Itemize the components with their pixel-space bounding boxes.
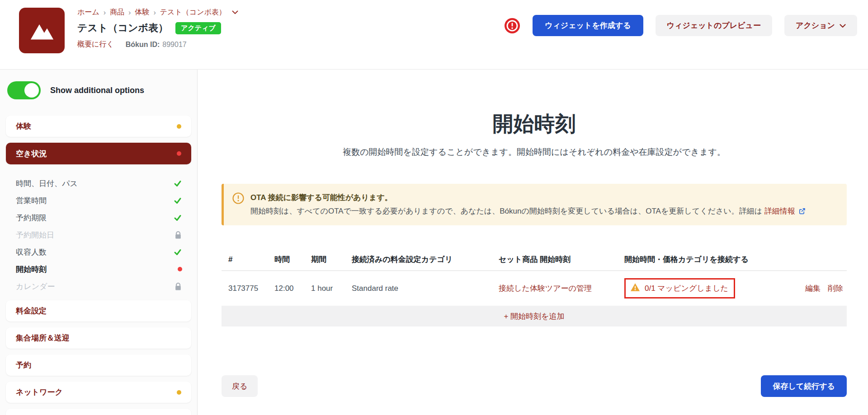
attention-dot-icon <box>177 390 181 395</box>
sidebar: Show additional options 体験 空き状況 時間、日付、パス… <box>0 70 198 415</box>
sidebar-item-bookings[interactable]: 予約 <box>6 354 191 376</box>
toggle-knob <box>24 83 39 98</box>
sidebar-item-label: ネットワーク <box>16 387 63 397</box>
row-time: 12:00 <box>274 271 311 306</box>
product-logo <box>19 8 65 53</box>
toggle-label: Show additional options <box>50 86 144 95</box>
mountain-icon <box>29 19 55 42</box>
sidebar-item-label: 収容人数 <box>16 247 47 257</box>
alert-circle-icon[interactable] <box>504 18 520 34</box>
sidebar-item-booking-cutoff[interactable]: 予約期限 <box>12 209 186 226</box>
external-link-icon[interactable] <box>798 207 806 214</box>
start-times-table: # 時間 期間 接続済みの料金設定カテゴリ セット商品 開始時刻 開始時間・価格… <box>222 250 847 326</box>
column-header-rate-category: 接続済みの料金設定カテゴリ <box>352 250 499 271</box>
sidebar-item-label: 集合場所＆送迎 <box>16 333 70 343</box>
sidebar-item-pricing[interactable]: 料金設定 <box>6 300 191 322</box>
column-header-id: # <box>222 250 274 271</box>
row-id: 3173775 <box>222 271 274 306</box>
breadcrumb-item-products[interactable]: 商品 <box>110 8 124 17</box>
breadcrumb-separator: › <box>153 9 156 17</box>
error-dot-icon <box>178 267 182 271</box>
breadcrumb-separator: › <box>104 9 106 17</box>
sidebar-item-availability[interactable]: 空き状況 <box>6 143 191 164</box>
sidebar-item-label: 時間、日付、パス <box>16 178 78 189</box>
check-icon <box>173 196 182 205</box>
main-content: 開始時刻 複数の開始時間を設定することができます。開始時間にはそれぞれの料金や在… <box>198 70 868 415</box>
sidebar-item-label: 予約期限 <box>16 213 47 223</box>
breadcrumb-item-home[interactable]: ホーム <box>77 8 99 17</box>
section-subtitle: 複数の開始時間を設定することができます。開始時間にはそれぞれの料金や在庫設定がで… <box>222 146 847 158</box>
sidebar-item-label: 開始時刻 <box>16 264 47 275</box>
sidebar-item-network[interactable]: ネットワーク <box>6 382 191 403</box>
header-text-block: ホーム › 商品 › 体験 › テスト（コンボ表） テスト（コンボ表） アクティ… <box>77 8 238 49</box>
bokun-id-value: 899017 <box>162 41 186 48</box>
overview-link[interactable]: 概要に行く <box>77 40 114 49</box>
sidebar-item-capacity[interactable]: 収容人数 <box>12 243 186 261</box>
check-icon <box>173 179 182 188</box>
chevron-down-icon[interactable] <box>232 10 238 14</box>
sidebar-item-label: 予約 <box>16 360 31 370</box>
sidebar-item-meeting-point-pickup[interactable]: 集合場所＆送迎 <box>6 327 191 349</box>
sidebar-item-booking-start-date: 予約開始日 <box>12 226 186 243</box>
delete-link[interactable]: 削除 <box>828 283 843 294</box>
show-additional-options-toggle[interactable] <box>7 81 41 99</box>
add-start-time-label: + 開始時刻を追加 <box>504 311 564 322</box>
sidebar-item-start-times[interactable]: 開始時刻 <box>12 261 186 278</box>
warning-circle-icon <box>232 192 244 218</box>
column-header-connect-mapping: 開始時間・価格カテゴリを接続する <box>624 250 787 271</box>
top-header: ホーム › 商品 › 体験 › テスト（コンボ表） テスト（コンボ表） アクティ… <box>0 0 868 70</box>
chevron-down-icon <box>840 24 846 28</box>
column-header-combo-start-time: セット商品 開始時刻 <box>499 250 624 271</box>
check-icon <box>173 247 182 256</box>
edit-link[interactable]: 編集 <box>805 283 821 294</box>
lock-icon <box>174 231 182 239</box>
add-start-time-button[interactable]: + 開始時刻を追加 <box>222 306 847 326</box>
sidebar-item-opening-hours[interactable]: 営業時間 <box>12 192 186 209</box>
sidebar-item-label: 料金設定 <box>16 306 47 316</box>
save-and-continue-button[interactable]: 保存して続行する <box>761 375 847 397</box>
row-rate-category: Standard rate <box>352 271 499 306</box>
warning-title: OTA 接続に影響する可能性があります。 <box>250 191 806 205</box>
lock-icon <box>174 282 182 291</box>
manage-connected-experiences-link[interactable]: 接続した体験ツアーの管理 <box>499 284 592 293</box>
sidebar-item-label: 体験 <box>16 121 31 131</box>
warning-body: 開始時刻は、すべてのOTAで一致する必要がありますので、あなたは、Bókunの開… <box>250 207 762 215</box>
column-header-duration: 期間 <box>311 250 352 271</box>
availability-subsection: 時間、日付、パス 営業時間 予約期限 予約開始日 収容人数 開始時刻 <box>6 170 191 300</box>
bokun-id-label: Bókun ID: <box>126 41 160 48</box>
sidebar-item-label: 空き状況 <box>16 149 47 159</box>
warning-triangle-icon <box>630 283 640 294</box>
row-duration: 1 hour <box>311 271 352 306</box>
sidebar-item-advanced[interactable]: アドバンス <box>6 409 191 415</box>
sidebar-item-calendar: カレンダー <box>12 278 186 295</box>
actions-dropdown-label: アクション <box>796 21 835 30</box>
header-actions: ウィジェットを作成する ウィジェットのプレビュー アクション <box>504 8 857 36</box>
column-header-time: 時間 <box>274 250 311 271</box>
sidebar-item-label: 予約開始日 <box>16 230 54 240</box>
back-button[interactable]: 戻る <box>222 375 258 397</box>
bokun-id: Bókun ID:899017 <box>126 41 187 49</box>
mapping-status-box[interactable]: 0/1 マッピングしました <box>624 278 735 298</box>
mapping-status-text: 0/1 マッピングしました <box>645 283 728 294</box>
attention-dot-icon <box>177 124 181 129</box>
section-title: 開始時刻 <box>222 110 847 138</box>
table-row: 3173775 12:00 1 hour Standard rate 接続した体… <box>222 271 847 306</box>
ota-warning-banner: OTA 接続に影響する可能性があります。 開始時刻は、すべてのOTAで一致する必… <box>222 184 847 225</box>
breadcrumb-item-current[interactable]: テスト（コンボ表） <box>160 8 226 17</box>
breadcrumb-separator: › <box>128 9 131 17</box>
column-header-actions <box>787 250 847 271</box>
sidebar-item-experience[interactable]: 体験 <box>6 116 191 137</box>
status-badge: アクティブ <box>175 22 221 34</box>
actions-dropdown-button[interactable]: アクション <box>784 15 857 36</box>
create-widget-button[interactable]: ウィジェットを作成する <box>533 15 643 36</box>
warning-details-link[interactable]: 詳細情報 <box>764 207 795 215</box>
sidebar-item-times-dates-passes[interactable]: 時間、日付、パス <box>12 175 186 192</box>
breadcrumb: ホーム › 商品 › 体験 › テスト（コンボ表） <box>77 8 238 17</box>
sidebar-item-label: カレンダー <box>16 281 55 292</box>
preview-widget-button[interactable]: ウィジェットのプレビュー <box>656 15 772 36</box>
breadcrumb-item-experience[interactable]: 体験 <box>135 8 149 17</box>
sidebar-item-label: 営業時間 <box>16 196 47 206</box>
page-title: テスト（コンボ表） <box>77 21 168 35</box>
error-dot-icon <box>177 151 181 156</box>
check-icon <box>173 213 182 222</box>
